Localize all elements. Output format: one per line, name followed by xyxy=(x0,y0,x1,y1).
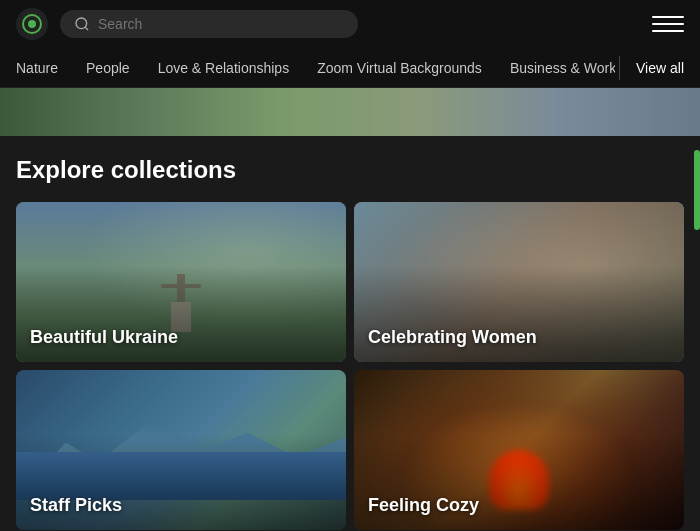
logo[interactable] xyxy=(16,8,48,40)
strip-segment-3 xyxy=(280,88,420,136)
collections-grid: Beautiful Ukraine Celebrating Women Staf… xyxy=(16,202,684,530)
sidebar-item-zoom-backgrounds[interactable]: Zoom Virtual Backgrounds xyxy=(303,48,496,88)
collection-card-ukraine[interactable]: Beautiful Ukraine xyxy=(16,202,346,362)
sidebar-item-people[interactable]: People xyxy=(72,48,144,88)
ukraine-monument xyxy=(166,242,196,332)
cozy-fire xyxy=(489,450,549,510)
strip-segment-4 xyxy=(420,88,560,136)
card-label-cozy: Feeling Cozy xyxy=(368,495,479,516)
view-all-button[interactable]: View all xyxy=(624,60,684,76)
strip-segment-1 xyxy=(0,88,140,136)
main-content: Explore collections Beautiful Ukraine Ce… xyxy=(0,136,700,530)
header xyxy=(0,0,700,48)
image-strip xyxy=(0,88,700,136)
nav-divider xyxy=(619,56,620,80)
nav-items: Nature People Love & Relationships Zoom … xyxy=(16,48,615,88)
collection-card-women[interactable]: Celebrating Women xyxy=(354,202,684,362)
menu-button[interactable] xyxy=(652,8,684,40)
svg-point-0 xyxy=(76,18,87,29)
card-label-ukraine: Beautiful Ukraine xyxy=(30,327,178,348)
section-title: Explore collections xyxy=(16,156,684,184)
collection-card-staff[interactable]: Staff Picks xyxy=(16,370,346,530)
card-label-women: Celebrating Women xyxy=(368,327,537,348)
card-label-staff: Staff Picks xyxy=(30,495,122,516)
collection-card-cozy[interactable]: Feeling Cozy xyxy=(354,370,684,530)
strip-segment-5 xyxy=(560,88,700,136)
sidebar-item-love-relationships[interactable]: Love & Relationships xyxy=(144,48,304,88)
scroll-accent xyxy=(694,150,700,230)
nav-bar: Nature People Love & Relationships Zoom … xyxy=(0,48,700,88)
search-input[interactable] xyxy=(98,16,344,32)
staff-water xyxy=(16,452,346,500)
sidebar-item-nature[interactable]: Nature xyxy=(16,48,72,88)
sidebar-item-business-work[interactable]: Business & Work xyxy=(496,48,615,88)
search-icon xyxy=(74,16,90,32)
svg-line-1 xyxy=(85,27,88,30)
staff-mountains xyxy=(16,404,346,500)
search-bar[interactable] xyxy=(60,10,358,38)
strip-segment-2 xyxy=(140,88,280,136)
